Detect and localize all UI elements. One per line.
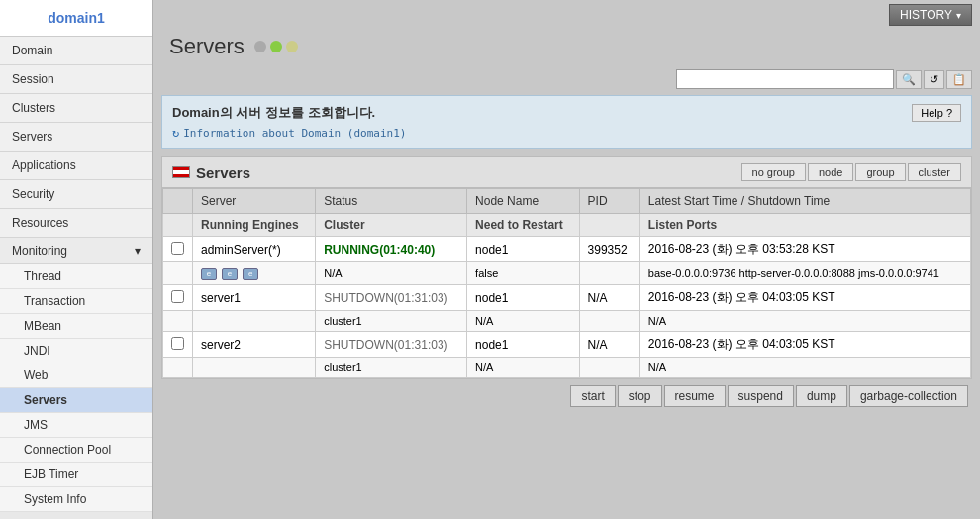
history-button[interactable]: HISTORY ▾ xyxy=(889,4,972,26)
refresh-button[interactable]: ↺ xyxy=(924,70,944,89)
server-checkbox[interactable] xyxy=(171,242,184,255)
sidebar-sub-system-info[interactable]: System Info xyxy=(0,487,152,512)
info-box-title: Domain의 서버 정보를 조회합니다. xyxy=(172,104,406,122)
sidebar-sub-connection-pool[interactable]: Connection Pool xyxy=(0,438,152,463)
col-pid: PID xyxy=(579,189,639,214)
node-button[interactable]: node xyxy=(808,163,853,181)
sidebar-item-servers[interactable]: Servers xyxy=(0,123,152,152)
info-box-link[interactable]: ↻ Information about Domain (domain1) xyxy=(172,126,406,140)
running-engines: e e e xyxy=(193,262,316,285)
servers-panel-title: Servers xyxy=(196,164,250,181)
dot-gray xyxy=(254,41,266,52)
sidebar-item-applications[interactable]: Applications xyxy=(0,152,152,180)
col-node: Node Name xyxy=(467,189,579,214)
info-box-content: Domain의 서버 정보를 조회합니다. ↻ Information abou… xyxy=(172,104,406,140)
server-cluster: N/A xyxy=(316,262,467,285)
row-checkbox[interactable] xyxy=(163,237,193,262)
sub-checkbox-cell xyxy=(163,358,193,378)
sidebar-sub-ejb-timer[interactable]: EJB Timer xyxy=(0,463,152,487)
col-time: Latest Start Time / Shutdown Time xyxy=(639,189,970,214)
col-check2 xyxy=(163,214,193,237)
server-pid: 399352 xyxy=(579,237,639,262)
sidebar-sub-jms[interactable]: JMS xyxy=(0,413,152,438)
empty-cell xyxy=(579,311,639,332)
server-pid: N/A xyxy=(579,285,639,311)
servers-panel: Servers no group node group cluster Serv… xyxy=(161,156,972,379)
table-row-sub: cluster1 N/A N/A xyxy=(163,358,971,378)
garbage-collection-button[interactable]: garbage-collection xyxy=(849,385,968,407)
help-button[interactable]: Help ? xyxy=(912,104,961,122)
col-status: Status xyxy=(316,189,467,214)
servers-panel-header: Servers no group node group cluster xyxy=(162,157,971,188)
empty-cell xyxy=(579,262,639,285)
sidebar-sub-servers[interactable]: Servers xyxy=(0,388,152,413)
table-row: server2 SHUTDOWN(01:31:03) node1 N/A 201… xyxy=(163,332,971,358)
server-cluster: cluster1 xyxy=(316,311,467,332)
col-cluster: Cluster xyxy=(316,214,467,237)
sidebar-item-monitoring[interactable]: Monitoring ▾ xyxy=(0,238,152,264)
resume-button[interactable]: resume xyxy=(664,385,726,407)
group-button[interactable]: group xyxy=(855,163,905,181)
sidebar-item-security[interactable]: Security xyxy=(0,180,152,209)
col-engines: Running Engines xyxy=(193,214,316,237)
sidebar-sub-jndi[interactable]: JNDI xyxy=(0,339,152,363)
content-area: Servers 🔍 ↺ 📋 Domain의 서버 정보를 조회합니다. ↻ In… xyxy=(153,30,980,519)
col-empty xyxy=(579,214,639,237)
table-row: server1 SHUTDOWN(01:31:03) node1 N/A 201… xyxy=(163,285,971,311)
col-ports: Listen Ports xyxy=(639,214,970,237)
running-engines xyxy=(193,311,316,332)
listen-ports: N/A xyxy=(639,358,970,378)
dot-light xyxy=(286,41,298,52)
main-content: HISTORY ▾ Servers 🔍 ↺ 📋 Domain의 서버 정보를 조… xyxy=(153,0,980,519)
listen-ports: base-0.0.0.0:9736 http-server-0.0.0.0:80… xyxy=(639,262,970,285)
sidebar-item-domain[interactable]: Domain xyxy=(0,37,152,65)
stop-button[interactable]: stop xyxy=(618,385,662,407)
dump-button[interactable]: dump xyxy=(796,385,847,407)
suspend-button[interactable]: suspend xyxy=(728,385,794,407)
empty-cell xyxy=(579,358,639,378)
server-node: node1 xyxy=(467,332,579,358)
table-header-row1: Server Status Node Name PID Latest Start… xyxy=(163,189,971,214)
chevron-down-icon: ▾ xyxy=(956,10,961,21)
topbar: HISTORY ▾ xyxy=(153,0,980,30)
search-button[interactable]: 🔍 xyxy=(896,70,922,89)
running-engines xyxy=(193,358,316,378)
row-checkbox[interactable] xyxy=(163,332,193,358)
title-decoration xyxy=(254,41,298,52)
need-restart: false xyxy=(467,262,579,285)
dot-green xyxy=(270,41,282,52)
sidebar-item-resources[interactable]: Resources xyxy=(0,209,152,238)
sidebar-item-session[interactable]: Session xyxy=(0,65,152,94)
sub-checkbox-cell xyxy=(163,262,193,285)
sidebar-sub-transaction[interactable]: Transaction xyxy=(0,289,152,314)
server-name: server1 xyxy=(193,285,316,311)
table-row: adminServer(*) RUNNING(01:40:40) node1 3… xyxy=(163,237,971,262)
listen-ports: N/A xyxy=(639,311,970,332)
col-restart: Need to Restart xyxy=(467,214,579,237)
server-time: 2016-08-23 (화) 오후 04:03:05 KST xyxy=(639,332,970,358)
sidebar-sub-mbean[interactable]: MBean xyxy=(0,314,152,339)
refresh-icon: ↻ xyxy=(172,126,179,140)
cluster-button[interactable]: cluster xyxy=(908,163,961,181)
sub-checkbox-cell xyxy=(163,311,193,332)
engine-icon-1: e xyxy=(201,268,217,280)
search-bar: 🔍 ↺ 📋 xyxy=(161,69,972,89)
row-checkbox[interactable] xyxy=(163,285,193,311)
sidebar-sub-web[interactable]: Web xyxy=(0,363,152,388)
export-button[interactable]: 📋 xyxy=(946,70,972,89)
server-name: adminServer(*) xyxy=(193,237,316,262)
server-status: RUNNING(01:40:40) xyxy=(316,237,467,262)
flag-icon xyxy=(172,166,190,178)
sidebar-sub-thread[interactable]: Thread xyxy=(0,264,152,289)
start-button[interactable]: start xyxy=(570,385,615,407)
server-checkbox[interactable] xyxy=(171,337,184,350)
group-buttons: no group node group cluster xyxy=(741,163,961,181)
sidebar-item-clusters[interactable]: Clusters xyxy=(0,94,152,123)
server-checkbox[interactable] xyxy=(171,290,184,303)
engine-icon-2: e xyxy=(222,268,238,280)
server-pid: N/A xyxy=(579,332,639,358)
search-input[interactable] xyxy=(676,69,894,89)
no-group-button[interactable]: no group xyxy=(741,163,806,181)
domain-logo[interactable]: domain1 xyxy=(0,0,152,37)
server-status: SHUTDOWN(01:31:03) xyxy=(316,285,467,311)
